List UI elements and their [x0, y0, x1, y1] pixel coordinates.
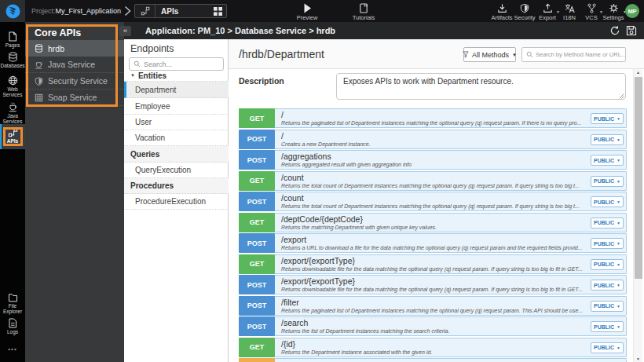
endpoint-path: /filter	[281, 298, 583, 307]
sidebar-item-databases[interactable]: Databases	[0, 52, 25, 69]
method-badge[interactable]: PUT	[239, 358, 275, 362]
access-dropdown[interactable]: PUBLIC▼	[591, 342, 624, 353]
endpoint-row[interactable]: GET /export/{exportType} Returns downloa…	[239, 254, 627, 274]
endpoint-row[interactable]: GET / Returns the paginated list of Depa…	[239, 108, 627, 128]
endpoint-row[interactable]: POST /count Returns the total count of D…	[239, 192, 627, 211]
tree-item-queryexecution[interactable]: QueryExecution	[124, 163, 229, 178]
preview-button[interactable]: Preview	[291, 2, 323, 21]
tree-section-entities[interactable]: ▼ Entities	[124, 70, 229, 82]
endpoints-search[interactable]	[129, 57, 224, 71]
endpoint-path: /export	[281, 235, 583, 244]
sidebar-item-pages[interactable]: Pages	[0, 31, 25, 49]
methods-filter-dropdown[interactable]: All Methods ▼	[463, 47, 516, 62]
endpoint-row[interactable]: GET /deptCode/{deptCode} Returns the mat…	[239, 213, 627, 232]
access-dropdown[interactable]: PUBLIC▼	[591, 259, 624, 270]
endpoint-row[interactable]: POST / Creates a new Department instance…	[239, 130, 627, 149]
endpoint-row-partial[interactable]: PUT	[239, 358, 627, 362]
shield-icon	[520, 2, 529, 13]
project-breadcrumb[interactable]: Project:My_First_Application	[31, 0, 121, 22]
tree-item-user[interactable]: User	[124, 115, 229, 130]
collapse-panel-button[interactable]: «	[119, 26, 131, 36]
endpoint-row[interactable]: POST /aggregations Returns aggregated re…	[239, 150, 627, 170]
method-badge[interactable]: POST	[239, 316, 275, 336]
tree-item-procedureexecution[interactable]: ProcedureExecution	[124, 194, 229, 210]
sidebar-overflow-menu[interactable]: •••	[0, 346, 25, 353]
core-api-item-hrdb[interactable]: hrdb	[25, 40, 124, 57]
sidebar-item-web-services[interactable]: Web Services	[0, 75, 25, 97]
endpoint-path: /search	[281, 318, 449, 327]
access-dropdown[interactable]: PUBLIC▼	[591, 280, 624, 291]
endpoint-row[interactable]: POST /export Returns a URL to download a…	[239, 233, 627, 253]
upload-icon	[543, 2, 553, 13]
access-dropdown[interactable]: PUBLIC▼	[591, 238, 624, 249]
module-selector-dropdown[interactable]: APIs	[134, 4, 227, 18]
vertical-scrollbar[interactable]: ▲ ▼	[633, 69, 642, 362]
description-textarea[interactable]: Exposes APIs to work with Department res…	[336, 73, 626, 100]
endpoint-row[interactable]: POST /filter Returns the paginated list …	[239, 296, 627, 316]
page-icon	[8, 31, 17, 42]
sidebar-item-java-services[interactable]: Java Services	[0, 102, 25, 124]
scrollbar-thumb[interactable]	[635, 77, 642, 279]
access-dropdown[interactable]: PUBLIC▼	[591, 196, 624, 207]
waffle-grid-icon[interactable]	[213, 6, 223, 16]
save-icon[interactable]	[626, 25, 637, 36]
endpoint-description: Returns the Department instance associat…	[281, 349, 432, 356]
user-avatar[interactable]: MP	[625, 4, 639, 18]
sidebar-item-apis[interactable]: APIs	[0, 127, 25, 144]
core-api-item-java-service[interactable]: Java Service	[25, 57, 124, 73]
endpoint-row[interactable]: GET /count Returns the total count of De…	[239, 171, 627, 191]
method-badge[interactable]: GET	[239, 108, 275, 128]
method-badge[interactable]: POST	[239, 233, 275, 253]
method-badge[interactable]: POST	[239, 192, 275, 211]
endpoint-path: /export/{exportType}	[281, 256, 583, 265]
sidebar-item-logs[interactable]: Logs	[0, 318, 25, 335]
tree-item-label: ProcedureExecution	[135, 197, 206, 206]
scroll-up-arrow[interactable]: ▲	[634, 70, 642, 75]
settings-button[interactable]: Settings ▼	[599, 2, 628, 21]
method-search[interactable]	[521, 47, 626, 62]
method-badge[interactable]: GET	[239, 213, 275, 232]
endpoint-path: /count	[281, 193, 580, 203]
tutorials-button[interactable]: Tutorials	[346, 2, 381, 21]
access-dropdown[interactable]: PUBLIC▼	[591, 301, 624, 312]
endpoints-title: Endpoints	[130, 43, 174, 54]
method-badge[interactable]: GET	[239, 171, 275, 191]
endpoints-search-input[interactable]	[144, 60, 214, 68]
tree-item-employee[interactable]: Employee	[124, 98, 229, 115]
resize-grip-icon[interactable]	[619, 93, 624, 99]
wavemaker-logo[interactable]	[0, 0, 25, 22]
tree-section-queries[interactable]: Queries	[124, 146, 229, 163]
sidebar-item-file-explorer[interactable]: File Explorer	[0, 293, 25, 314]
tree-item-department[interactable]: Department	[124, 82, 229, 98]
method-badge[interactable]: POST	[239, 130, 275, 149]
access-dropdown[interactable]: PUBLIC▼	[591, 155, 624, 166]
scroll-down-arrow[interactable]: ▼	[634, 357, 642, 361]
tree-item-vacation[interactable]: Vacation	[124, 130, 229, 146]
method-badge[interactable]: POST	[239, 296, 275, 316]
method-badge[interactable]: GET	[239, 338, 275, 357]
method-badge[interactable]: POST	[239, 150, 275, 170]
refresh-icon[interactable]	[609, 25, 620, 36]
core-api-label: Soap Service	[48, 93, 97, 102]
access-label: PUBLIC	[594, 178, 614, 184]
method-badge[interactable]: GET	[239, 254, 275, 274]
method-badge[interactable]: POST	[239, 275, 275, 294]
caret-down-icon: ▼	[617, 137, 620, 142]
access-dropdown[interactable]: PUBLIC▼	[591, 113, 624, 124]
apis-icon	[8, 127, 18, 137]
method-search-input[interactable]	[536, 51, 625, 58]
access-dropdown[interactable]: PUBLIC▼	[591, 134, 624, 145]
caret-down-icon: ▼	[512, 53, 517, 57]
access-dropdown[interactable]: PUBLIC▼	[591, 176, 624, 187]
access-dropdown[interactable]: PUBLIC▼	[591, 218, 624, 229]
tree-section-procedures[interactable]: Procedures	[124, 178, 229, 194]
core-api-label: Security Service	[48, 76, 108, 86]
core-api-item-security-service[interactable]: Security Service	[25, 73, 124, 90]
search-icon	[134, 60, 141, 68]
endpoint-row[interactable]: POST /search Returns the list of Departm…	[239, 316, 627, 336]
endpoint-row[interactable]: POST /export/{exportType} Returns downlo…	[239, 275, 627, 294]
access-dropdown[interactable]: PUBLIC▼	[591, 321, 624, 332]
shield-icon	[35, 77, 43, 86]
endpoint-row[interactable]: GET /{id} Returns the Department instanc…	[239, 338, 627, 357]
core-api-item-soap-service[interactable]: Soap Service	[25, 90, 124, 106]
